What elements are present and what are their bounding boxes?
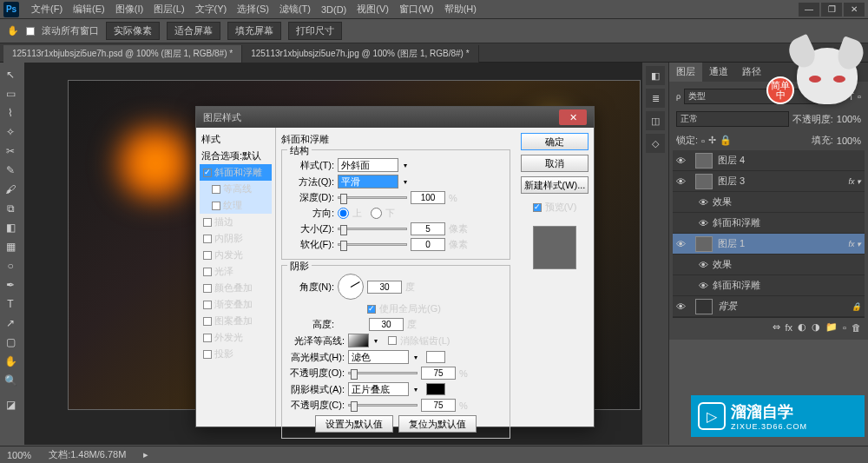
checkbox[interactable] bbox=[203, 235, 212, 243]
checkbox[interactable] bbox=[203, 169, 212, 177]
checkbox[interactable] bbox=[203, 350, 212, 359]
marquee-tool-icon[interactable]: ▭ bbox=[0, 85, 21, 103]
angle-dial[interactable] bbox=[338, 274, 364, 300]
layer-row[interactable]: 👁图层 1fx ▾ bbox=[673, 234, 865, 255]
style-inner-glow[interactable]: 内发光 bbox=[200, 247, 272, 263]
path-tool-icon[interactable]: ↗ bbox=[0, 314, 21, 332]
hand-tool-icon[interactable]: ✋ bbox=[0, 353, 21, 370]
style-pattern-overlay[interactable]: 图案叠加 bbox=[200, 313, 272, 329]
shadow-mode-select[interactable]: 正片叠底 bbox=[348, 382, 409, 396]
eraser-tool-icon[interactable]: ◧ bbox=[0, 219, 21, 236]
shape-tool-icon[interactable]: ▢ bbox=[0, 334, 21, 351]
adjust-icon[interactable]: ◑ bbox=[812, 321, 820, 333]
direction-down-radio[interactable] bbox=[371, 208, 382, 219]
make-default-button[interactable]: 设置为默认值 bbox=[315, 415, 393, 433]
window-minimize-icon[interactable]: — bbox=[799, 3, 819, 17]
visibility-icon[interactable]: 👁 bbox=[699, 197, 713, 208]
layer-fx-row[interactable]: 👁效果 bbox=[673, 192, 865, 213]
move-tool-icon[interactable]: ↖ bbox=[0, 66, 21, 83]
method-select[interactable]: 平滑 bbox=[338, 175, 398, 189]
lock-icon[interactable]: ▫ bbox=[701, 136, 705, 146]
link-icon[interactable]: ⇔ bbox=[773, 321, 780, 333]
layer-fx-row[interactable]: 👁斜面和浮雕 bbox=[673, 275, 865, 296]
kind-filter[interactable]: 类型 bbox=[684, 89, 831, 104]
menu-select[interactable]: 选择(S) bbox=[232, 3, 274, 16]
preview-checkbox[interactable] bbox=[533, 203, 542, 212]
checkbox[interactable] bbox=[212, 202, 220, 210]
checkbox[interactable] bbox=[212, 185, 220, 194]
lasso-tool-icon[interactable]: ⌇ bbox=[0, 104, 21, 122]
style-texture[interactable]: 纹理 bbox=[200, 197, 272, 214]
channels-panel-icon[interactable]: ◫ bbox=[646, 111, 665, 130]
trash-icon[interactable]: 🗑 bbox=[852, 322, 861, 333]
menu-help[interactable]: 帮助(H) bbox=[439, 3, 482, 16]
direction-up-radio[interactable] bbox=[338, 208, 349, 219]
antialias-checkbox[interactable] bbox=[388, 336, 397, 345]
highlight-mode-select[interactable]: 滤色 bbox=[348, 350, 409, 364]
layer-row[interactable]: 👁背景🔒 bbox=[673, 296, 865, 317]
dialog-titlebar[interactable]: 图层样式 ✕ bbox=[196, 107, 594, 128]
blend-options[interactable]: 混合选项:默认 bbox=[200, 148, 272, 164]
layer-fx-row[interactable]: 👁斜面和浮雕 bbox=[673, 213, 865, 234]
close-icon[interactable]: ✕ bbox=[559, 109, 587, 125]
styles-heading[interactable]: 样式 bbox=[200, 131, 272, 148]
lock-icon[interactable]: ✢ bbox=[708, 135, 716, 146]
depth-slider[interactable] bbox=[338, 196, 407, 199]
new-icon[interactable]: ▫ bbox=[843, 322, 846, 333]
style-satin[interactable]: 光泽 bbox=[200, 263, 272, 280]
layer-row[interactable]: 👁图层 4 bbox=[673, 150, 865, 171]
angle-input[interactable] bbox=[367, 281, 402, 294]
pen-tool-icon[interactable]: ✒ bbox=[0, 276, 21, 294]
soften-slider[interactable] bbox=[338, 243, 407, 246]
eyedropper-tool-icon[interactable]: ✎ bbox=[0, 162, 21, 179]
filter-icon[interactable]: ▫ bbox=[841, 91, 845, 102]
reset-default-button[interactable]: 复位为默认值 bbox=[398, 415, 477, 433]
document-tab[interactable]: 125113r1xbjubsjzi5ue7h.psd @ 100% (图层 1,… bbox=[3, 45, 242, 63]
wand-tool-icon[interactable]: ✧ bbox=[0, 123, 21, 141]
checkbox[interactable] bbox=[203, 284, 212, 293]
new-style-button[interactable]: 新建样式(W)... bbox=[521, 176, 589, 194]
filter-icon[interactable]: ▫ bbox=[858, 91, 861, 102]
document-tab[interactable]: 125113r1xbjubsjzi5ue7h.jpg @ 100% (图层 1,… bbox=[242, 45, 478, 63]
size-input[interactable] bbox=[411, 222, 445, 235]
tab-layers[interactable]: 图层 bbox=[669, 63, 702, 82]
shadow-opacity-input[interactable] bbox=[421, 399, 456, 412]
layer-row[interactable]: 👁图层 3fx ▾ bbox=[673, 171, 865, 192]
zoom-tool-icon[interactable]: 🔍 bbox=[0, 372, 21, 389]
fx-icon[interactable]: fx bbox=[786, 322, 793, 333]
layer-fx-row[interactable]: 👁效果 bbox=[673, 255, 865, 275]
tab-channels[interactable]: 通道 bbox=[702, 63, 735, 82]
style-select[interactable]: 外斜面 bbox=[338, 158, 398, 172]
blend-mode-select[interactable]: 正常 bbox=[676, 111, 789, 127]
highlight-color[interactable] bbox=[426, 351, 445, 363]
fit-screen-button[interactable]: 适合屏幕 bbox=[167, 22, 220, 40]
menu-3d[interactable]: 3D(D) bbox=[316, 4, 352, 15]
style-bevel[interactable]: 斜面和浮雕 bbox=[200, 164, 272, 181]
altitude-input[interactable] bbox=[369, 318, 404, 331]
style-color-overlay[interactable]: 颜色叠加 bbox=[200, 280, 272, 296]
checkbox[interactable] bbox=[203, 301, 212, 309]
menu-window[interactable]: 窗口(W) bbox=[394, 3, 439, 16]
visibility-icon[interactable]: 👁 bbox=[676, 155, 690, 166]
cancel-button[interactable]: 取消 bbox=[521, 155, 589, 172]
brush-tool-icon[interactable]: 🖌 bbox=[0, 181, 21, 198]
gradient-tool-icon[interactable]: ▦ bbox=[0, 238, 21, 255]
global-light-checkbox[interactable] bbox=[367, 305, 376, 314]
checkbox[interactable] bbox=[203, 317, 212, 326]
highlight-opacity-slider[interactable] bbox=[348, 372, 418, 374]
menu-image[interactable]: 图像(I) bbox=[110, 3, 148, 16]
fx-badge[interactable]: fx ▾ bbox=[848, 240, 861, 248]
style-inner-shadow[interactable]: 内阴影 bbox=[200, 230, 272, 247]
filter-icon[interactable]: ▫ bbox=[835, 91, 838, 102]
gloss-contour[interactable] bbox=[348, 334, 369, 347]
visibility-icon[interactable]: 👁 bbox=[699, 281, 713, 291]
visibility-icon[interactable]: 👁 bbox=[699, 218, 713, 228]
paths-panel-icon[interactable]: ◇ bbox=[646, 134, 665, 153]
type-tool-icon[interactable]: T bbox=[0, 295, 21, 313]
visibility-icon[interactable]: 👁 bbox=[676, 239, 690, 249]
hand-tool-icon[interactable]: ✋ bbox=[7, 25, 19, 36]
actual-pixels-button[interactable]: 实际像素 bbox=[106, 22, 160, 40]
filter-icon[interactable]: T bbox=[848, 91, 854, 102]
tab-paths[interactable]: 路径 bbox=[735, 63, 768, 82]
visibility-icon[interactable]: 👁 bbox=[699, 260, 713, 270]
